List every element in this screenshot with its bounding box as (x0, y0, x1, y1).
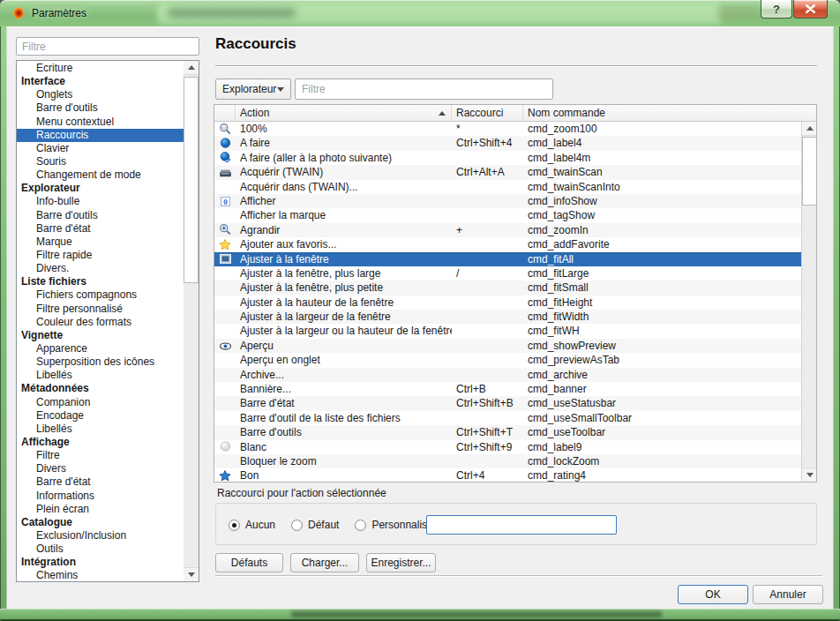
radio-d-faut[interactable]: Défaut (291, 519, 339, 531)
cell-shortcut (452, 353, 523, 367)
table-row[interactable]: Ajouter aux favoris...cmd_addFavorite (214, 237, 801, 251)
scroll-down-button[interactable] (802, 468, 817, 482)
table-scrollbar[interactable] (801, 122, 816, 482)
table-row[interactable]: BlancCtrl+Shift+9cmd_label9 (214, 440, 801, 454)
shortcut-section-label: Raccourci pour l'action sélectionnée (217, 487, 386, 499)
radio-personnalis-[interactable]: Personnalisé (355, 519, 432, 531)
ok-button[interactable]: OK (678, 585, 748, 604)
table-row[interactable]: 1:1100%*cmd_zoom100 (214, 122, 801, 136)
table-row[interactable]: Acquérir dans (TWAIN)...cmd_twainScanInt… (214, 180, 801, 194)
sidebar-scrollbar[interactable] (184, 61, 199, 581)
defaults-button[interactable]: Défauts (215, 553, 283, 572)
sidebar-item-fichiers-compagnons[interactable]: Fichiers compagnons (17, 288, 184, 302)
sidebar-item-divers[interactable]: Divers (17, 462, 184, 475)
favorite-star-icon (214, 237, 236, 251)
load-button[interactable]: Charger... (290, 553, 359, 572)
table-row[interactable]: 0Affichercmd_infoShow (214, 194, 801, 208)
titlebar[interactable]: Paramètres ? (0, 0, 840, 26)
sidebar-item-apparence[interactable]: Apparence (17, 342, 184, 355)
sidebar-item-filtre-rapide[interactable]: Filtre rapide (17, 249, 184, 262)
sidebar-item-filtre[interactable]: Filtre (17, 449, 184, 462)
scroll-up-button[interactable] (184, 61, 199, 75)
table-row[interactable]: Ajuster à la fenêtre, plus petitecmd_fit… (214, 281, 801, 295)
table-row[interactable]: Bannière...Ctrl+Bcmd_banner (214, 382, 801, 396)
sidebar-item-marque[interactable]: Marque (17, 236, 184, 249)
table-row[interactable]: Aperçucmd_showPreview (214, 339, 801, 353)
sidebar-item-encodage[interactable]: Encodage (17, 409, 184, 423)
table-row[interactable]: Archive...cmd_archive (214, 368, 801, 382)
sidebar-item-outils[interactable]: Outils (17, 542, 184, 556)
table-row[interactable]: Agrandir+cmd_zoomIn (214, 223, 801, 237)
sidebar-item-vignette[interactable]: Vignette (17, 329, 184, 342)
scrollbar-thumb[interactable] (802, 137, 817, 206)
table-row[interactable]: Ajuster à la fenêtrecmd_fitAll (214, 252, 801, 266)
sidebar-item-interface[interactable]: Interface (17, 75, 184, 88)
sidebar-item-chemins[interactable]: Chemins (17, 569, 184, 582)
rating-star-icon (214, 468, 236, 482)
no-icon (214, 454, 236, 468)
sidebar-filter-input[interactable] (16, 37, 199, 56)
sidebar-item-informations[interactable]: Informations (17, 490, 184, 503)
table-row[interactable]: Bloquer le zoomcmd_lockZoom (214, 454, 801, 468)
table-row[interactable]: Acquérir (TWAIN)Ctrl+Alt+Acmd_twainScan (214, 165, 801, 179)
table-row[interactable]: Ajuster à la largeur de la fenêtrecmd_fi… (214, 310, 801, 324)
radio-aucun[interactable]: Aucun (229, 519, 275, 531)
cell-shortcut (452, 310, 523, 324)
info-icon: 0 (214, 194, 236, 208)
table-row[interactable]: Aperçu en ongletcmd_previewAsTab (214, 353, 801, 367)
sidebar-item-onglets[interactable]: Onglets (17, 88, 184, 101)
help-button[interactable]: ? (761, 0, 792, 19)
table-row[interactable]: Barre d'étatCtrl+Shift+Bcmd_useStatusbar (214, 396, 801, 410)
custom-shortcut-input[interactable] (426, 515, 617, 535)
sidebar-item-libell-s[interactable]: Libellés (17, 369, 184, 382)
category-combo[interactable]: Explorateur (215, 79, 291, 100)
close-button[interactable] (793, 0, 828, 19)
sidebar-item-changement-de-mode[interactable]: Changement de mode (17, 168, 184, 182)
table-row[interactable]: Afficher la marquecmd_tagShow (214, 208, 801, 222)
save-button[interactable]: Enregistrer... (366, 553, 436, 572)
scrollbar-thumb[interactable] (184, 77, 199, 283)
column-header-action[interactable]: Action (236, 105, 452, 121)
action-filter-input[interactable] (295, 79, 553, 100)
table-row[interactable]: A faireCtrl+Shift+4cmd_label4 (214, 136, 801, 150)
sidebar-item-menu-contextuel[interactable]: Menu contextuel (17, 116, 184, 129)
scroll-down-button[interactable] (184, 567, 199, 581)
sidebar-item-clavier[interactable]: Clavier (17, 142, 184, 155)
sidebar-item-barre-d-outils[interactable]: Barre d'outils (17, 209, 184, 222)
sidebar-item-companion[interactable]: Companion (17, 396, 184, 409)
sidebar-item-souris[interactable]: Souris (17, 155, 184, 168)
table-row[interactable]: BonCtrl+4cmd_rating4 (214, 468, 801, 482)
sidebar-item-filtre-personnalis-[interactable]: Filtre personnalisé (17, 303, 184, 316)
sidebar-item-libell-s[interactable]: Libellés (17, 423, 184, 436)
sidebar-item-m-tadonn-es[interactable]: Métadonnées (17, 382, 184, 395)
sidebar-item-superposition-des-ic-nes[interactable]: Superposition des icônes (17, 355, 184, 369)
table-row[interactable]: Ajuster à la fenêtre, plus large/cmd_fit… (214, 266, 801, 281)
sidebar-item-ecriture[interactable]: Ecriture (17, 62, 184, 75)
sidebar-item-exclusion-inclusion[interactable]: Exclusion/Inclusion (17, 529, 184, 542)
sidebar-item-catalogue[interactable]: Catalogue (17, 516, 184, 529)
sidebar-item-info-bulle[interactable]: Info-bulle (17, 195, 184, 208)
sidebar-item-barre-d-tat[interactable]: Barre d'état (17, 475, 184, 489)
sidebar-item-plein-cran[interactable]: Plein écran (17, 503, 184, 516)
column-header-icon[interactable] (214, 105, 236, 121)
table-row[interactable]: A faire (aller à la photo suivante)cmd_l… (214, 151, 801, 165)
table-row[interactable]: Barre d'outilsCtrl+Shift+Tcmd_useToolbar (214, 425, 801, 439)
sidebar-item-liste-fichiers[interactable]: Liste fichiers (17, 275, 184, 288)
sidebar-item-divers-[interactable]: Divers. (17, 262, 184, 275)
column-header-shortcut[interactable]: Raccourci (452, 105, 523, 121)
table-row[interactable]: Barre d'outil de la liste des fichierscm… (214, 411, 801, 425)
sidebar-item-barre-d-tat[interactable]: Barre d'état (17, 222, 184, 236)
sidebar-item-raccourcis[interactable]: Raccourcis (17, 129, 184, 142)
sidebar-item-affichage[interactable]: Affichage (17, 436, 184, 449)
sidebar-item-barre-d-outils[interactable]: Barre d'outils (17, 101, 184, 115)
cell-action: Ajuster à la fenêtre, plus large (236, 266, 452, 281)
sidebar-item-explorateur[interactable]: Explorateur (17, 182, 184, 195)
table-row[interactable]: Ajuster à la largeur ou la hauteur de la… (214, 324, 801, 338)
table-row[interactable]: Ajuster à la hauteur de la fenêtrecmd_fi… (214, 296, 801, 310)
sidebar-item-int-gration[interactable]: Intégration (17, 556, 184, 569)
sidebar-item-couleur-des-formats[interactable]: Couleur des formats (17, 316, 184, 329)
column-header-command[interactable]: Nom commande (523, 105, 816, 121)
cancel-button[interactable]: Annuler (753, 585, 823, 604)
cell-shortcut (452, 180, 523, 194)
scroll-up-button[interactable] (802, 122, 817, 136)
